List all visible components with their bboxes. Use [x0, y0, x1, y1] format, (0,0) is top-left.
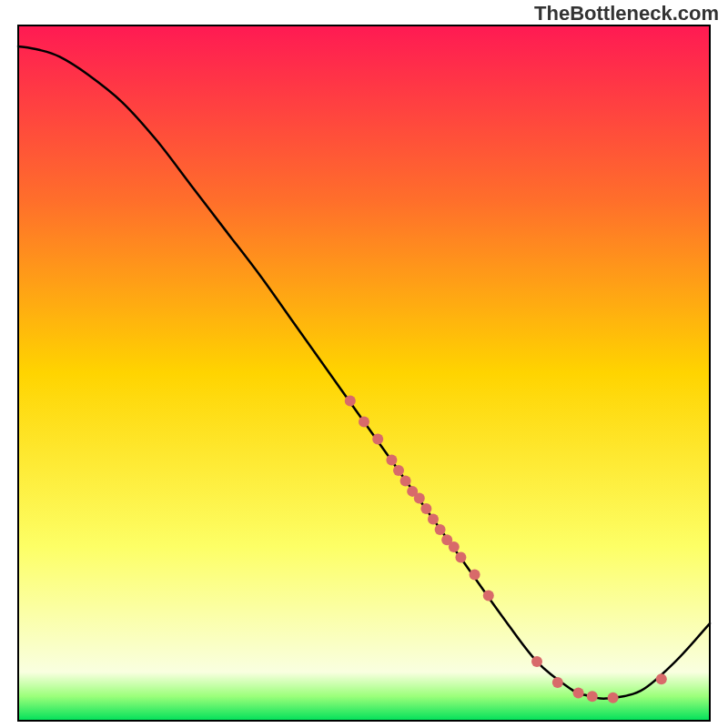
data-point [400, 475, 411, 486]
data-point [428, 513, 439, 524]
data-point [449, 541, 460, 552]
data-point [386, 455, 397, 466]
data-point [414, 493, 425, 504]
data-point [420, 503, 431, 514]
data-point [470, 570, 480, 581]
data-point [587, 691, 598, 702]
data-point [435, 524, 446, 535]
data-point [359, 416, 369, 427]
data-point [372, 434, 383, 445]
data-point [483, 590, 494, 601]
chart-container: TheBottleneck.com [0, 0, 728, 728]
data-point [608, 693, 619, 703]
watermark-text: TheBottleneck.com [534, 2, 719, 25]
data-point [393, 465, 404, 476]
data-point [345, 396, 356, 407]
chart-svg [0, 0, 728, 728]
plot-background [18, 25, 710, 721]
data-point [531, 656, 542, 667]
data-point [455, 551, 466, 562]
data-point [573, 687, 584, 698]
data-point [656, 673, 667, 684]
data-point [552, 677, 563, 688]
